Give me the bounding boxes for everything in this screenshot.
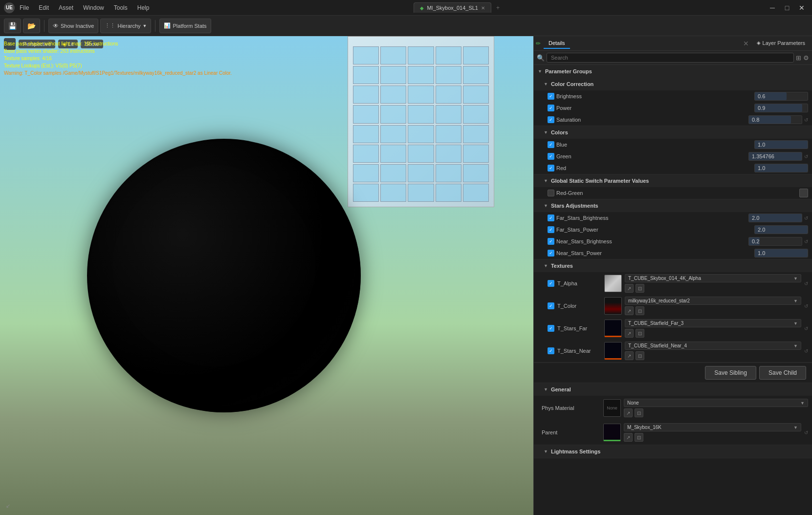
save-sibling-button[interactable]: Save Sibling <box>705 366 756 380</box>
t-stars-far-reset-btn[interactable]: ↺ <box>804 326 808 331</box>
color-correction-header[interactable]: ▼ Color Correction <box>534 78 812 90</box>
brightness-checkbox[interactable] <box>548 93 554 100</box>
tab-details[interactable]: Details <box>544 38 570 49</box>
power-checkbox[interactable] <box>548 105 554 111</box>
window <box>380 46 406 64</box>
red-value[interactable]: 1.0 <box>754 164 808 172</box>
near-stars-power-checkbox[interactable] <box>548 250 554 257</box>
red-checkbox[interactable] <box>548 165 554 172</box>
t-alpha-reset-icon[interactable]: ⊡ <box>636 284 644 293</box>
green-checkbox[interactable] <box>548 153 554 160</box>
green-value[interactable]: 1.354766 <box>748 152 802 161</box>
main-tab[interactable]: ◆ MI_Skybox_014_SL1 ✕ <box>414 2 491 13</box>
phys-material-dropdown[interactable]: None ▼ <box>624 399 808 407</box>
main-layout: ≡ Perspective ● Lit Show Base pass shade… <box>0 36 812 515</box>
t-color-reset-icon[interactable]: ⊡ <box>636 306 644 315</box>
window <box>436 86 461 104</box>
menu-edit[interactable]: Edit <box>38 2 50 13</box>
close-tab-icon[interactable]: ✕ <box>743 40 749 47</box>
tab-layer-parameters[interactable]: ◈ Layer Parameters <box>752 38 810 49</box>
t-stars-far-reset-icon[interactable]: ⊡ <box>636 329 644 338</box>
close-button[interactable]: ✕ <box>795 3 808 13</box>
add-tab-button[interactable]: + <box>493 4 503 11</box>
blue-checkbox[interactable] <box>548 141 554 148</box>
t-alpha-checkbox[interactable] <box>548 280 554 287</box>
parent-reset-icon[interactable]: ⊡ <box>635 433 643 442</box>
red-green-value[interactable] <box>799 189 808 197</box>
search-input[interactable] <box>547 53 794 63</box>
menu-asset[interactable]: Asset <box>58 2 74 13</box>
t-alpha-dropdown[interactable]: T_CUBE_Skybox_014_4K_Alpha ▼ <box>625 274 801 282</box>
hierarchy-button[interactable]: ⋮⋮ Hierarchy ▼ <box>100 19 151 33</box>
green-reset-icon[interactable]: ↺ <box>804 154 808 159</box>
textures-header[interactable]: ▼ Textures <box>534 259 812 272</box>
t-color-browse-icon[interactable]: ↗ <box>625 306 634 315</box>
t-alpha-browse-icon[interactable]: ↗ <box>625 284 634 293</box>
colors-header[interactable]: ▼ Colors <box>534 126 812 139</box>
power-value[interactable]: 0.9 <box>754 104 808 112</box>
t-stars-far-checkbox[interactable] <box>548 325 554 332</box>
red-green-checkbox[interactable] <box>548 190 554 196</box>
parameter-groups-header[interactable]: ▼ Parameter Groups <box>534 65 812 78</box>
t-color-controls: milkyway16k_reduced_star2 ▼ ↗ ⊡ <box>625 297 801 315</box>
saturation-checkbox[interactable] <box>548 116 554 123</box>
menu-tools[interactable]: Tools <box>113 2 129 13</box>
menu-help[interactable]: Help <box>136 2 151 13</box>
t-color-dropdown[interactable]: milkyway16k_reduced_star2 ▼ <box>625 297 801 305</box>
maximize-button[interactable]: □ <box>781 3 793 13</box>
saturation-value[interactable]: 0.8 <box>748 115 802 124</box>
save-button[interactable]: 💾 <box>4 19 21 33</box>
window <box>408 184 434 202</box>
viewport[interactable]: ≡ Perspective ● Lit Show Base pass shade… <box>0 36 533 515</box>
power-row: Power 0.9 <box>534 102 812 114</box>
t-color-checkbox[interactable] <box>548 302 554 309</box>
minimize-button[interactable]: ─ <box>766 3 779 13</box>
far-stars-power-checkbox[interactable] <box>548 226 554 233</box>
phys-material-reset-icon[interactable]: ⊡ <box>635 408 643 417</box>
t-stars-far-icons: ↗ ⊡ <box>625 329 801 338</box>
grid-view-icon[interactable]: ⊞ <box>796 54 801 62</box>
t-stars-near-reset-btn[interactable]: ↺ <box>804 348 808 354</box>
color-correction-label: Color Correction <box>551 81 593 87</box>
phys-material-controls: None ▼ ↗ ⊡ <box>624 399 808 417</box>
far-stars-brightness-checkbox[interactable] <box>548 215 554 221</box>
parent-dropdown[interactable]: M_Skybox_16K ▼ <box>624 423 801 431</box>
settings-icon[interactable]: ⚙ <box>803 54 809 62</box>
near-stars-brightness-value[interactable]: 0.2 <box>748 237 802 246</box>
parent-browse-icon[interactable]: ↗ <box>624 433 633 442</box>
phys-material-browse-icon[interactable]: ↗ <box>624 408 633 417</box>
general-header[interactable]: ▼ General <box>534 383 812 396</box>
t-stars-near-dropdown[interactable]: T_CUBE_Starfield_Near_4 ▼ <box>625 342 801 350</box>
tab-close-icon[interactable]: ✕ <box>481 5 485 11</box>
t-alpha-reset-btn[interactable]: ↺ <box>804 281 808 286</box>
brightness-value[interactable]: 0.6 <box>754 92 808 101</box>
blue-value[interactable]: 1.0 <box>754 140 808 149</box>
near-stars-brightness-reset-icon[interactable]: ↺ <box>804 239 808 244</box>
t-alpha-thumbnail <box>604 275 622 292</box>
global-static-switch-header[interactable]: ▼ Global Static Switch Parameter Values <box>534 174 812 187</box>
browse-button[interactable]: 📂 <box>23 19 40 33</box>
t-stars-near-reset-icon[interactable]: ⊡ <box>636 351 644 360</box>
save-child-button[interactable]: Save Child <box>759 366 806 380</box>
dropdown-arrow-icon: ▼ <box>793 343 798 348</box>
menu-file[interactable]: File <box>19 2 30 13</box>
near-stars-power-value[interactable]: 1.0 <box>754 249 808 258</box>
red-green-label: Red-Green <box>556 190 797 196</box>
lightmass-header[interactable]: ▼ Lightmass Settings <box>534 445 812 458</box>
far-stars-brightness-value[interactable]: 2.0 <box>748 214 802 222</box>
near-stars-brightness-checkbox[interactable] <box>548 238 554 245</box>
t-stars-far-browse-icon[interactable]: ↗ <box>625 329 634 338</box>
menu-window[interactable]: Window <box>82 2 105 13</box>
saturation-reset-icon[interactable]: ↺ <box>804 117 808 123</box>
platform-stats-button[interactable]: 📊 Platform Stats <box>159 19 211 33</box>
show-inactive-button[interactable]: 👁 Show Inactive <box>48 19 98 33</box>
parent-reset-btn[interactable]: ↺ <box>804 430 808 435</box>
far-stars-power-value[interactable]: 2.0 <box>754 225 808 234</box>
t-stars-far-dropdown[interactable]: T_CUBE_Starfield_Far_3 ▼ <box>625 319 801 327</box>
far-stars-brightness-reset-icon[interactable]: ↺ <box>804 215 808 221</box>
t-stars-near-checkbox[interactable] <box>548 347 554 354</box>
t-color-reset-btn[interactable]: ↺ <box>804 303 808 309</box>
stars-adjustments-header[interactable]: ▼ Stars Adjustments <box>534 199 812 212</box>
window <box>353 105 379 123</box>
t-stars-near-browse-icon[interactable]: ↗ <box>625 351 634 360</box>
